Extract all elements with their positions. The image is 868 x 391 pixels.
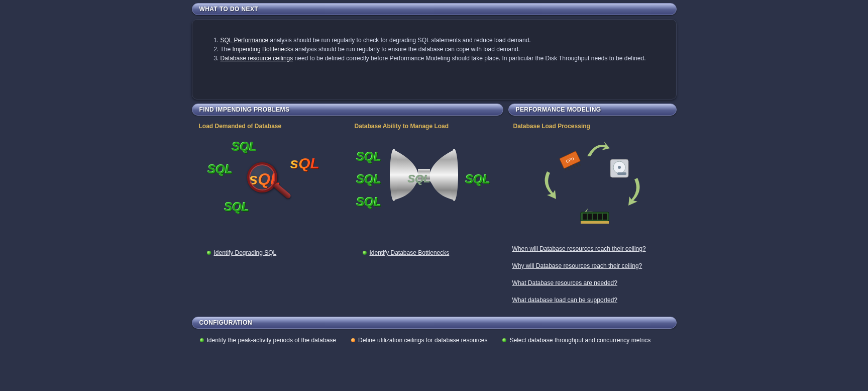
svg-point-0 — [390, 149, 398, 201]
question-why-ceiling-link[interactable]: Why will Database resources reach their … — [512, 262, 673, 269]
bullet-icon — [363, 251, 367, 255]
sql-highlight-icon: sQL — [290, 155, 319, 172]
bullet-icon — [200, 338, 204, 342]
impending-bottlenecks-link[interactable]: Impending Bottlenecks — [233, 46, 293, 53]
section-title: CONFIGURATION — [199, 319, 253, 326]
cycle-arrow-icon — [585, 141, 610, 162]
next-step-item: The Impending Bottlenecks analysis shoul… — [221, 45, 665, 54]
svg-line-6 — [568, 167, 569, 170]
next-step-text: analysis should be run regularly to ensu… — [295, 46, 520, 53]
cycle-arrow-icon — [542, 169, 563, 199]
section-header-what-to-do-next: WHAT TO DO NEXT — [192, 3, 677, 15]
question-when-ceiling-link[interactable]: When will Database resources reach their… — [512, 245, 673, 252]
section-header-configuration: CONFIGURATION — [192, 317, 677, 329]
sql-glyph-icon: SQL — [357, 150, 381, 164]
sql-performance-link[interactable]: SQL Performance — [221, 37, 269, 44]
next-step-text: analysis should be run regularly to chec… — [270, 37, 530, 44]
svg-point-13 — [618, 166, 621, 169]
memory-ram-icon — [580, 210, 610, 225]
subsection-heading-database-ability: Database Ability to Manage Load — [353, 120, 498, 135]
svg-rect-14 — [617, 172, 626, 175]
sql-funnel-graphic: SQL SQL SQL — [353, 135, 498, 235]
subsection-heading-load-demanded: Load Demanded of Database — [197, 120, 343, 135]
bullet-icon — [502, 338, 506, 342]
sql-glyph-icon: SQL — [225, 200, 249, 214]
identify-degrading-sql-link[interactable]: Identify Degrading SQL — [214, 249, 277, 256]
svg-line-7 — [571, 165, 572, 169]
sql-glyph-icon: SQL — [357, 195, 381, 209]
next-steps-list: SQL Performance analysis should be run r… — [203, 36, 665, 63]
svg-line-10 — [579, 162, 580, 165]
sql-inside-funnel-icon: SQL — [408, 172, 430, 185]
configuration-links-row: Identify the peak-activity periods of th… — [192, 333, 677, 348]
bullet-icon — [207, 251, 211, 255]
database-resource-ceilings-link[interactable]: Database resource ceilings — [221, 55, 293, 62]
svg-rect-19 — [598, 214, 602, 220]
question-resources-needed-link[interactable]: What Database resources are needed? — [512, 279, 673, 286]
svg-rect-21 — [581, 221, 609, 224]
cpu-chip-icon: CPU — [556, 150, 584, 170]
magnifier-icon — [247, 162, 287, 203]
sql-glyph-icon: SQL — [357, 172, 381, 186]
sql-glyph-icon: SQL — [208, 162, 233, 176]
svg-line-5 — [565, 168, 567, 170]
svg-rect-18 — [593, 214, 597, 220]
subsection-heading-database-load-processing: Database Load Processing — [508, 120, 677, 135]
section-header-performance-modeling: PERFORMANCE MODELING — [508, 104, 677, 116]
identify-peak-activity-link[interactable]: Identify the peak-activity periods of th… — [207, 337, 337, 344]
question-load-supported-link[interactable]: What database load can be supported? — [512, 297, 673, 304]
section-title: PERFORMANCE MODELING — [516, 106, 601, 113]
disk-drive-icon — [607, 156, 631, 180]
next-step-item: SQL Performance analysis should be run r… — [221, 36, 665, 45]
svg-point-1 — [450, 149, 458, 201]
what-to-do-next-panel: SQL Performance analysis should be run r… — [192, 19, 677, 100]
next-step-item: Database resource ceilings need to be de… — [221, 54, 665, 63]
define-utilization-ceilings-link[interactable]: Define utilization ceilings for database… — [358, 337, 487, 344]
svg-line-8 — [573, 164, 575, 168]
next-step-text: need to be defined correctly before Perf… — [295, 55, 646, 62]
sql-magnifier-graphic: SQL SQL sQL SQL sQL — [197, 135, 343, 235]
svg-rect-16 — [583, 214, 587, 220]
next-step-text: The — [221, 46, 233, 53]
select-throughput-metrics-link[interactable]: Select database throughput and concurren… — [509, 337, 650, 344]
sql-glyph-icon: SQL — [466, 172, 490, 186]
section-title: FIND IMPENDING PROBLEMS — [199, 106, 290, 113]
bullet-icon — [351, 338, 355, 342]
section-title: WHAT TO DO NEXT — [199, 6, 259, 13]
svg-line-9 — [576, 163, 577, 166]
svg-rect-17 — [588, 214, 592, 220]
resource-cycle-graphic: CPU — [508, 135, 677, 235]
identify-database-bottlenecks-link[interactable]: Identify Database Bottlenecks — [370, 249, 450, 256]
section-header-find-impending-problems: FIND IMPENDING PROBLEMS — [192, 104, 503, 116]
sql-glyph-icon: SQL — [232, 140, 257, 154]
svg-rect-20 — [603, 214, 607, 220]
